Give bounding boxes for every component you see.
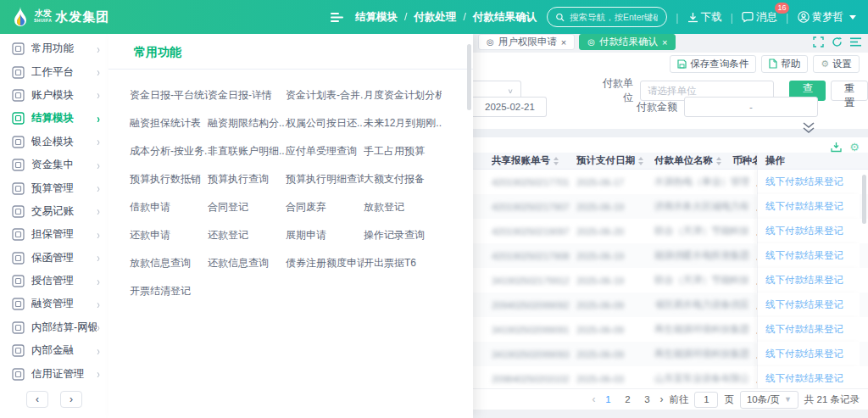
save-query-button[interactable]: 保存查询条件 [670, 55, 756, 73]
message-icon [742, 12, 754, 23]
megamenu-link[interactable]: 成本分析-按业务... [130, 137, 208, 165]
sidebar-item-settlement-module[interactable]: 结算模块 › [0, 107, 108, 130]
sidebar-item-letter-of-credit[interactable]: 信用证管理 › [0, 362, 108, 385]
sidebar-item-letter-of-guarantee[interactable]: 保函管理 › [0, 247, 108, 270]
page-number-3[interactable]: 3 [640, 394, 654, 404]
megamenu-link[interactable]: 预算执行查询 [208, 165, 286, 193]
table-settings-gear-icon[interactable]: ⚙ [849, 142, 860, 153]
messages-button[interactable]: 消息 16 [742, 10, 777, 25]
offline-payment-result-link[interactable]: 线下付款结果登记 [765, 249, 843, 262]
sidebar-item-internal-finance[interactable]: 内部金融 › [0, 339, 108, 362]
megamenu-link[interactable]: 放款登记 [364, 193, 442, 221]
offline-payment-result-link[interactable]: 线下付款结果登记 [765, 176, 843, 188]
sidebar-item-credit-management[interactable]: 授信管理 › [0, 270, 108, 293]
megamenu-link[interactable]: 借款申请 [130, 193, 208, 221]
collapse-menu-icon[interactable] [331, 12, 343, 23]
prev-page-button[interactable]: ‹ [592, 393, 595, 405]
megamenu-link[interactable]: 还款信息查询 [208, 249, 286, 277]
megamenu-link[interactable]: 开票结清登记 [130, 277, 208, 305]
column-header-pay-date[interactable]: 预计支付日期 [576, 154, 654, 167]
offline-payment-result-link[interactable]: 线下付款结果登记 [765, 372, 843, 385]
column-header-unit-name[interactable]: 付款单位名称 [654, 154, 732, 167]
sort-icon[interactable] [716, 157, 721, 165]
megamenu-link[interactable]: 手工占用预算 [364, 137, 442, 165]
tab-menu-icon[interactable] [850, 37, 861, 47]
sidebar-prev-button[interactable]: ‹ [26, 391, 48, 408]
cell-doc-no-masked: 420190250217908 [492, 251, 576, 261]
breadcrumb-item[interactable]: 结算模块 [355, 10, 398, 25]
offline-payment-result-link[interactable]: 线下付款结果登记 [765, 323, 843, 336]
megamenu-link[interactable]: 大额支付报备 [364, 165, 442, 193]
download-button[interactable]: 下载 [687, 10, 722, 25]
fullscreen-icon[interactable] [813, 36, 824, 47]
megamenu-link[interactable]: 资金日报-平台统计 [130, 81, 208, 109]
megamenu-link[interactable]: 资金日报-详情 [208, 81, 286, 109]
expand-filters-button[interactable] [802, 122, 815, 134]
sort-icon[interactable] [638, 157, 643, 165]
sidebar-item-guarantee-management[interactable]: 担保管理 › [0, 223, 108, 246]
megamenu-link[interactable]: 债券注册额度申请 [286, 249, 364, 277]
megamenu-link[interactable]: 非直联账户明细... [208, 137, 286, 165]
help-button[interactable]: 帮助 [761, 55, 808, 73]
table-scrollbar[interactable] [862, 175, 866, 224]
goto-page-input[interactable] [694, 392, 718, 408]
breadcrumb-item[interactable]: 付款结果确认 [473, 10, 537, 25]
sidebar-item-internal-settlement-ebank[interactable]: 内部结算-网银端 › [0, 316, 108, 339]
settings-button[interactable]: ⚙ 设置 [813, 55, 860, 73]
date-input[interactable]: 2025-02-21 [473, 97, 547, 117]
sidebar-item-financing-management[interactable]: 融资管理 › [0, 293, 108, 315]
offline-payment-result-link[interactable]: 线下付款结果登记 [765, 298, 843, 311]
sidebar-item-bank-enterprise-module[interactable]: 银企模块 › [0, 131, 108, 153]
page-size-select[interactable]: 10条/页 ▼ [740, 391, 798, 409]
megamenu-link[interactable]: 展期申请 [286, 221, 364, 249]
megamenu-link[interactable]: 还款登记 [208, 221, 286, 249]
user-menu[interactable]: 黄梦哲 [798, 10, 857, 25]
sort-icon[interactable] [554, 157, 559, 165]
megamenu-link[interactable]: 资金计划表-合并... [286, 81, 364, 109]
offline-payment-result-link[interactable]: 线下付款结果登记 [765, 200, 843, 213]
sidebar-item-label: 账户模块 [31, 88, 97, 103]
sidebar-item-fund-centralization[interactable]: 资金集中 › [0, 153, 108, 176]
megamenu-scrollbar[interactable] [467, 44, 471, 110]
offline-payment-result-link[interactable]: 线下付款结果登记 [765, 274, 843, 287]
offline-payment-result-link[interactable]: 线下付款结果登记 [765, 225, 843, 237]
megamenu-link[interactable]: 放款信息查询 [130, 249, 208, 277]
sidebar-item-common-functions[interactable]: 常用功能 › [0, 37, 108, 60]
export-icon[interactable] [831, 142, 842, 153]
sidebar-item-work-platform[interactable]: 工作平台 › [0, 60, 108, 83]
sidebar-item-transaction-accounting[interactable]: 交易记账 › [0, 200, 108, 223]
tab-付款结果确认[interactable]: ◎ 付款结果确认 × [579, 34, 676, 50]
megamenu-link[interactable]: 合同废弃 [286, 193, 364, 221]
tab-用户权限申请[interactable]: ◎ 用户权限申请 × [478, 34, 575, 50]
search-input[interactable] [570, 12, 658, 22]
offline-payment-result-link[interactable]: 线下付款结果登记 [765, 348, 843, 360]
sidebar-item-label: 内部金融 [31, 343, 97, 358]
tab-close-icon[interactable]: × [662, 37, 667, 47]
megamenu-link[interactable]: 融资期限结构分... [208, 109, 286, 137]
tab-close-icon[interactable]: × [561, 37, 566, 47]
payment-amount-input[interactable] [684, 97, 818, 117]
next-page-button[interactable]: › [659, 393, 663, 405]
megamenu-link[interactable]: 还款申请 [130, 221, 208, 249]
refresh-icon[interactable] [832, 36, 843, 47]
sidebar-item-budget-management[interactable]: 预算管理 › [0, 176, 108, 199]
page-number-1[interactable]: 1 [601, 394, 615, 404]
table-row: 209840250203102 2025-06-03 山东某泵业设备有限公 人民… [473, 366, 868, 388]
megamenu-link[interactable]: 操作记录查询 [364, 221, 442, 249]
global-search[interactable] [547, 7, 667, 27]
megamenu-link[interactable]: 融资担保统计表 [130, 109, 208, 137]
sidebar-next-button[interactable]: › [60, 391, 82, 408]
megamenu-link[interactable]: 合同登记 [208, 193, 286, 221]
megamenu-link[interactable]: 预算执行明细查询 [286, 165, 364, 193]
page-number-2[interactable]: 2 [620, 394, 634, 404]
megamenu-link[interactable]: 未来12月到期刚... [364, 109, 442, 137]
sidebar-item-account-module[interactable]: 账户模块 › [0, 84, 108, 107]
megamenu-link[interactable]: 开出票据T6 [364, 249, 442, 277]
megamenu-link[interactable]: 预算执行数抵销 [130, 165, 208, 193]
breadcrumb-item[interactable]: 付款处理 [414, 10, 456, 25]
megamenu-link[interactable]: 权属公司按日还... [286, 109, 364, 137]
megamenu-link[interactable]: 月度资金计划分析 [364, 81, 442, 109]
column-header-doc-no[interactable]: 共享报账单号 [492, 154, 576, 167]
chevron-right-icon: › [97, 89, 100, 103]
megamenu-link[interactable]: 应付单受理查询 [286, 137, 364, 165]
